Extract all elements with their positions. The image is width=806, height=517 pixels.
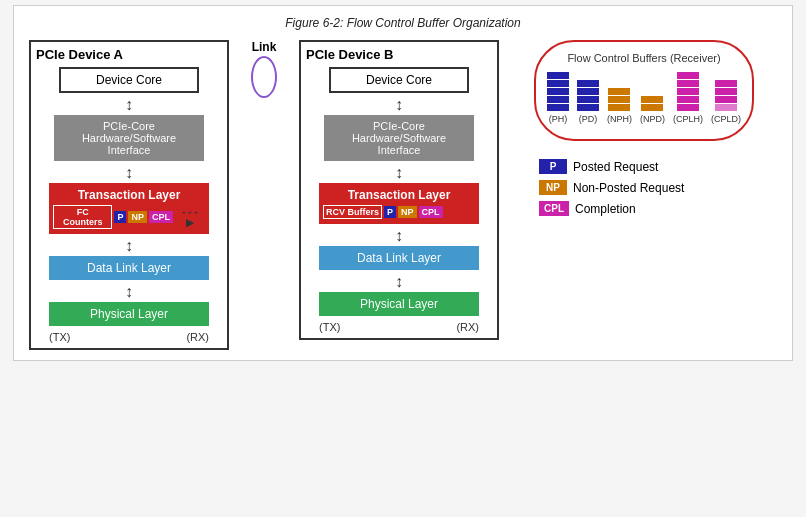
legend-row-np: NP Non-Posted Request xyxy=(539,180,754,195)
legend-text-np: Non-Posted Request xyxy=(573,181,684,195)
badge-cpl-a: CPL xyxy=(149,211,173,223)
device-b-rx: (RX) xyxy=(456,321,479,333)
device-b-data-link: Data Link Layer xyxy=(319,246,479,270)
device-b-tx: (TX) xyxy=(319,321,340,333)
device-b-box: PCIe Device B Device Core ↕ PCIe-CoreHar… xyxy=(299,40,499,340)
bar-pd: (PD) xyxy=(577,80,599,124)
badge-np-a: NP xyxy=(128,211,147,223)
device-a-label: PCIe Device A xyxy=(36,47,123,62)
label-npd: (NPD) xyxy=(640,114,665,124)
dashed-arrow-a: - - - ▶ xyxy=(177,206,203,228)
legend-text-p: Posted Request xyxy=(573,160,658,174)
arrow-down-b4: ↕ xyxy=(395,274,403,290)
buffer-bars: (PH) (PD) xyxy=(551,72,737,124)
device-a-pcie-core: PCIe-CoreHardware/SoftwareInterface xyxy=(54,115,204,161)
figure-title: Figure 6-2: Flow Control Buffer Organiza… xyxy=(29,16,777,30)
device-a-physical: Physical Layer xyxy=(49,302,209,326)
device-a-core: Device Core xyxy=(59,67,199,93)
arrow-down-a4: ↕ xyxy=(125,284,133,300)
arrow-down-b3: ↕ xyxy=(395,228,403,244)
badge-p-a: P xyxy=(114,211,126,223)
legend-badge-np: NP xyxy=(539,180,567,195)
bar-nph: (NPH) xyxy=(607,88,632,124)
bar-cpld: (CPLD) xyxy=(711,80,741,124)
device-a-transaction: Transaction Layer FC Counters P NP CPL -… xyxy=(49,183,209,234)
bar-ph: (PH) xyxy=(547,72,569,124)
link-oval xyxy=(251,56,277,98)
label-ph: (PH) xyxy=(549,114,568,124)
device-a-fc-label: FC Counters xyxy=(53,205,112,229)
label-cplh: (CPLH) xyxy=(673,114,703,124)
arrow-down-a1: ↕ xyxy=(125,97,133,113)
device-b-transaction: Transaction Layer RCV Buffers P NP CPL xyxy=(319,183,479,224)
arrow-down-a3: ↕ xyxy=(125,238,133,254)
legend-row-p: P Posted Request xyxy=(539,159,754,174)
fc-buffers-title: Flow Control Buffers (Receiver) xyxy=(551,52,737,64)
arrow-down-b1: ↕ xyxy=(395,97,403,113)
device-b-pcie-core: PCIe-CoreHardware/SoftwareInterface xyxy=(324,115,474,161)
link-label: Link xyxy=(252,40,277,54)
badge-p-b: P xyxy=(384,206,396,218)
legend-badge-cpl: CPL xyxy=(539,201,569,216)
bar-npd: (NPD) xyxy=(640,96,665,124)
arrow-down-a2: ↕ xyxy=(125,165,133,181)
device-a-data-link: Data Link Layer xyxy=(49,256,209,280)
device-a-tx: (TX) xyxy=(49,331,70,343)
device-b-rcv-label: RCV Buffers xyxy=(323,205,382,219)
device-b-label: PCIe Device B xyxy=(306,47,393,62)
bar-cplh: (CPLH) xyxy=(673,72,703,124)
badge-np-b: NP xyxy=(398,206,417,218)
label-nph: (NPH) xyxy=(607,114,632,124)
label-pd: (PD) xyxy=(579,114,598,124)
label-cpld: (CPLD) xyxy=(711,114,741,124)
badge-cpl-b: CPL xyxy=(419,206,443,218)
arrow-down-b2: ↕ xyxy=(395,165,403,181)
legend-row-cpl: CPL Completion xyxy=(539,201,754,216)
legend-text-cpl: Completion xyxy=(575,202,636,216)
device-a-box: PCIe Device A Device Core ↕ PCIe-CoreHar… xyxy=(29,40,229,350)
device-b-physical: Physical Layer xyxy=(319,292,479,316)
right-panel: Flow Control Buffers (Receiver) (PH) xyxy=(534,40,754,350)
legend-badge-p: P xyxy=(539,159,567,174)
fc-buffers-box: Flow Control Buffers (Receiver) (PH) xyxy=(534,40,754,141)
device-b-core: Device Core xyxy=(329,67,469,93)
legend-panel: P Posted Request NP Non-Posted Request C… xyxy=(534,159,754,216)
device-a-rx: (RX) xyxy=(186,331,209,343)
